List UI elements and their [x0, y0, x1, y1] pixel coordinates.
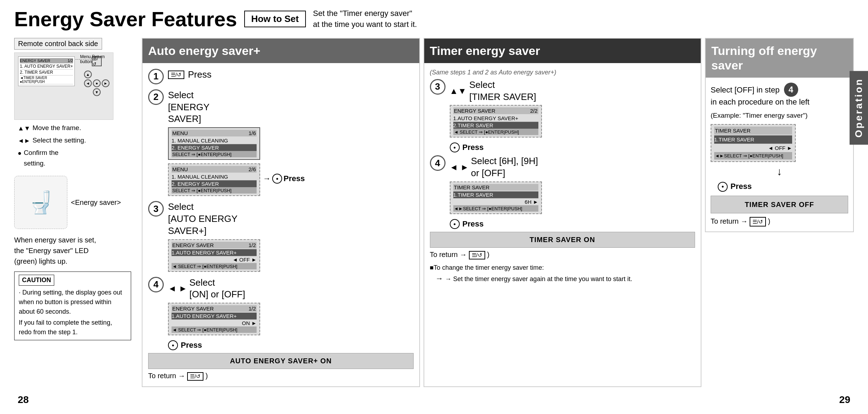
timer-step4-title: TIMER SAVER — [453, 184, 538, 191]
caution-box: CAUTION · During setting, the display go… — [14, 272, 131, 340]
auto-press-button: ● Press — [168, 340, 414, 350]
auto-energy-saver-body: 1 ☰/↺ Press 2 Select[ENERGYSAVER] — [142, 63, 419, 386]
auto-energy-saver-panel: Auto energy saver+ 1 ☰/↺ Press — [142, 38, 420, 387]
timer-step4-select: ◄►SELECT ⇒ [●ENTER|PUSH] — [453, 206, 538, 212]
step-1-action: Press — [188, 69, 211, 81]
turning-lcd-row1: 1.TIMER SAVER — [714, 135, 792, 144]
left-button[interactable]: ◄ — [84, 79, 92, 87]
menu-label-line — [75, 59, 97, 60]
lcd2-title-row: MENU2/6 — [172, 166, 257, 173]
lcd2-select-row: SELECT ⇒ [●ENTER|PUSH] — [172, 188, 257, 194]
timer-step3-lcd: ENERGY SAVER2/2 1.AUTO ENERGY SAVER+ 2.T… — [450, 105, 542, 138]
main-content: Remote control back side ENERGY SAVER1/2… — [14, 38, 854, 387]
change-timer-section: ■To change the timer energy saver time: … — [430, 263, 695, 284]
timer-step4-lcd: TIMER SAVER 1.TIMER SAVER 6H ► ◄►SELECT … — [450, 181, 542, 214]
remote-lcd: ENERGY SAVER1/2 1. AUTO ENERGY SAVER+ 2.… — [18, 56, 75, 86]
timer-step4-press-circle: ● — [450, 219, 460, 229]
step-3-circle: 3 — [148, 201, 164, 217]
turning-off-header: Turning off energy saver — [706, 39, 853, 78]
legend-move: ▲▼ Move the frame. — [18, 123, 131, 134]
step-4-content: ◄ ► Select[ON] or [OFF] ENERGY SAVER1/2 … — [168, 277, 414, 336]
timer-step4-row2: 6H ► — [453, 198, 538, 206]
caution-item-2: If you fail to complete the setting, red… — [19, 318, 127, 337]
center-panels: Auto energy saver+ 1 ☰/↺ Press — [142, 38, 705, 387]
auto-press-text: Press — [181, 341, 202, 350]
step-4-circle: 4 — [148, 277, 164, 292]
page-number-right: 29 — [839, 394, 850, 405]
turning-lcd-title: TIMER SAVER — [714, 127, 792, 135]
auto-step-1: 1 ☰/↺ Press — [148, 69, 414, 84]
auto-step-2: 2 Select[ENERGYSAVER] MENU1/6 1. MANUAL … — [148, 89, 414, 196]
auto-step4-select: ◄ SELECT ⇒ [●ENTER|PUSH] — [172, 327, 257, 333]
left-panel: Remote control back side ENERGY SAVER1/2… — [14, 38, 131, 340]
auto-result: AUTO ENERGY SAVER+ ON — [148, 353, 414, 369]
timer-to-return: To return → ☰/↺ ) — [430, 251, 695, 259]
turning-off-body: Select [OFF] in step 4 in each procedure… — [706, 78, 853, 231]
timer-step3-press-text: Press — [463, 143, 484, 152]
auto-step4-lcd: ENERGY SAVER1/2 1.AUTO ENERGY SAVER+ ON … — [168, 303, 260, 335]
timer-energy-saver-body: (Same steps 1 and 2 as Auto energy saver… — [424, 63, 701, 290]
auto-step4-row1: 1.AUTO ENERGY SAVER+ — [172, 313, 257, 320]
auto-step4-row2: ON ► — [172, 320, 257, 327]
remote-label: Remote control back side — [14, 38, 102, 50]
turning-press: ● Press — [718, 181, 848, 192]
enter-button[interactable]: ● — [93, 79, 101, 87]
timer-step3-title: ENERGY SAVER2/2 — [453, 107, 538, 114]
remote-image: ENERGY SAVER1/2 1. AUTO ENERGY SAVER+ 2.… — [14, 52, 113, 120]
page-title: Energy Saver Features — [14, 7, 237, 31]
caution-title: CAUTION — [19, 275, 54, 286]
step-3-action: Select[AUTO ENERGYSAVER+] — [168, 201, 414, 237]
caution-items: · During setting, the display goes out w… — [19, 288, 127, 337]
turning-off-lcd: TIMER SAVER 1.TIMER SAVER ◄ OFF ► ◄►SELE… — [711, 124, 796, 162]
energy-saver-label: <Energy saver> — [71, 198, 121, 207]
toilet-section: 🚽 <Energy saver> — [14, 176, 131, 229]
operation-tab: Operation — [850, 71, 868, 145]
caution-item-1: · During setting, the display goes out w… — [19, 288, 127, 317]
turning-press-text: Press — [730, 181, 752, 192]
auto-to-return: To return → ☰/↺ ) — [148, 372, 414, 381]
step-3-content: Select[AUTO ENERGYSAVER+] ENERGY SAVER1/… — [168, 201, 414, 272]
lcd-row-energy: 2. ENERGY SAVER — [172, 144, 257, 151]
step-4-badge: 4 — [784, 83, 798, 97]
auto-step-3: 3 Select[AUTO ENERGYSAVER+] ENERGY SAVER… — [148, 201, 414, 272]
header: Energy Saver Features How to Set Set the… — [14, 7, 854, 31]
timer-step-3-circle: 3 — [430, 79, 446, 95]
step2-press-right: → ● Press — [263, 174, 305, 184]
step-2-action: Select[ENERGYSAVER] — [168, 89, 414, 125]
step-1-content: ☰/↺ Press — [168, 69, 414, 81]
menu-return-icon: ☰/↺ — [168, 71, 184, 79]
lcd2-row-energy: 2. ENERGY SAVER — [172, 180, 257, 188]
header-description: Set the "Timer energy saver" at the time… — [313, 8, 417, 30]
auto-step3-title: ENERGY SAVER1/2 — [172, 242, 257, 248]
auto-step3-row2: ◄ OFF ► — [172, 256, 257, 263]
auto-step2-lcd1: MENU1/6 1. MANUAL CLEANING 2. ENERGY SAV… — [168, 127, 260, 160]
down-button[interactable]: ▼ — [93, 88, 101, 96]
timer-step-3-content: ▲▼ Select[TIMER SAVER] ENERGY SAVER2/2 1… — [450, 79, 695, 138]
timer-step3-press: ● Press — [450, 142, 695, 152]
up-button[interactable]: ▲ — [84, 71, 92, 78]
energy-saver-description: When energy saver is set, the "Energy sa… — [14, 235, 131, 267]
timer-energy-saver-panel: Timer energy saver (Same steps 1 and 2 a… — [424, 38, 702, 387]
timer-step-4-content: ◄ ► Select [6H], [9H]or [OFF] TIMER SAVE… — [450, 155, 695, 214]
step-4-action: Select[ON] or [OFF] — [189, 277, 245, 301]
right-panel: Turning off energy saver Select [OFF] in… — [705, 38, 854, 236]
timer-step-3: 3 ▲▼ Select[TIMER SAVER] ENERGY SAVER2/2… — [430, 79, 695, 138]
lcd-row-cleaning: 1. MANUAL CLEANING — [172, 137, 257, 144]
right-button[interactable]: ► — [102, 79, 110, 87]
turning-press-circle: ● — [718, 182, 728, 192]
lcd-title-row: MENU1/6 — [172, 130, 257, 136]
lcd-select-row: SELECT ⇒ [●ENTER|PUSH] — [172, 151, 257, 157]
turning-lcd-select: ◄►SELECT ⇒ [●ENTER|PUSH] — [714, 152, 792, 160]
timer-step-4-circle: 4 — [430, 155, 446, 171]
timer-step4-press-text: Press — [463, 219, 484, 229]
legend-select: ◄► Select the setting. — [18, 135, 131, 146]
turning-off-panel: Turning off energy saver Select [OFF] in… — [705, 38, 854, 232]
auto-return-icon: ☰/↺ — [187, 372, 203, 381]
change-timer-desc: → → Set the timer energy saver again at … — [436, 273, 695, 284]
page: Operation Energy Saver Features How to S… — [0, 0, 868, 413]
turning-off-example: (Example: "Timer energy saver") — [711, 111, 848, 121]
auto-step3-row1: 1.AUTO ENERGY SAVER+ — [172, 249, 257, 256]
timer-step3-row2: 2.TIMER SAVER — [453, 122, 538, 129]
step-2-content: Select[ENERGYSAVER] MENU1/6 1. MANUAL CL… — [168, 89, 414, 196]
timer-energy-saver-header: Timer energy saver — [424, 39, 701, 63]
